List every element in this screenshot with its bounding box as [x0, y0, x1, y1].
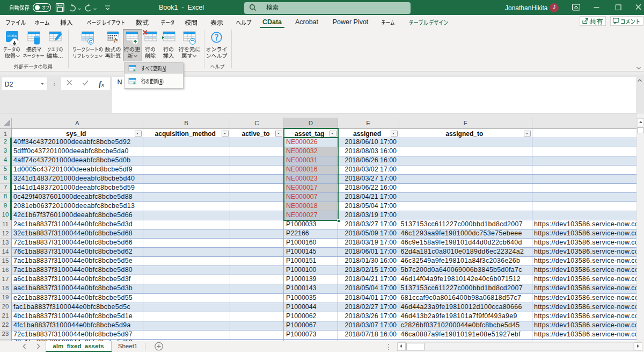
svg-text:fx: fx	[114, 38, 118, 42]
